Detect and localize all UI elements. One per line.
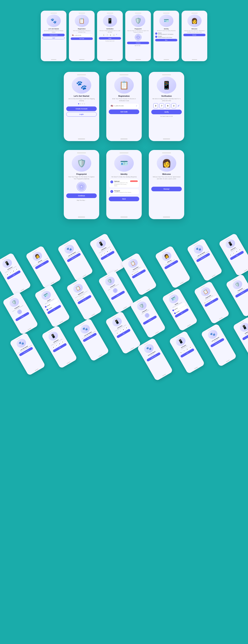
phone-illustration: 🪪: [114, 155, 134, 172]
home-bar: [67, 362, 70, 364]
diag-phone-1: 📱 Verification 4-Digit Number Sent To Yo…: [0, 252, 31, 296]
code-4[interactable]: 3: [188, 345, 192, 350]
code-box-2[interactable]: 7: [106, 34, 109, 36]
continue-button-sm[interactable]: Continue: [127, 42, 149, 44]
phone-input-md[interactable]: 🇺🇸 +1 (555 878 2050 ✓: [109, 103, 139, 108]
home-bar: [35, 368, 38, 371]
code-3[interactable]: 8: [11, 269, 15, 273]
hooray-button-md[interactable]: Hooray!: [151, 187, 182, 191]
code-1[interactable]: 0: [179, 351, 183, 355]
check-icon: ✓: [46, 308, 49, 311]
phone-illustration: 🪪: [159, 14, 173, 27]
svg-point-21: [144, 312, 150, 318]
hooray-button-sm[interactable]: Hooray!: [183, 34, 206, 36]
home-bar: [51, 59, 56, 60]
code-3[interactable]: 8: [105, 250, 109, 254]
code-1[interactable]: 0: [52, 345, 55, 350]
passport-option-md[interactable]: ✓ Passport Required Passport For Non Cit…: [109, 189, 139, 194]
phone-number-md: +1 (555 878 2050: [114, 105, 124, 106]
skip-step-md[interactable]: Skip This Step →: [77, 200, 86, 201]
get-code-button-sm[interactable]: Get Code: [71, 38, 93, 40]
code-boxes: 0 7 8 3 ✓: [103, 34, 117, 36]
verify-button-sm[interactable]: Verify: [99, 37, 121, 40]
code-2[interactable]: 7: [232, 251, 236, 255]
home-bar: [123, 306, 127, 309]
code-box-3[interactable]: 8: [165, 103, 170, 108]
svg-point-19: [146, 314, 148, 317]
home-bar: [187, 324, 191, 327]
national-label: National: [114, 180, 129, 182]
phone-notch: [50, 13, 57, 14]
code-3[interactable]: 8: [185, 347, 189, 351]
home-bar: [194, 367, 198, 369]
get-code-button-md[interactable]: Get Code: [109, 110, 139, 114]
phone-fingerprint-md: 🛡️ Fingerprint Rest Your Finger On The S…: [64, 150, 99, 219]
code-4[interactable]: 3: [109, 248, 112, 252]
screen-subtitle: Rest Your Finger On The Sensor To Captur…: [66, 176, 97, 180]
svg-point-10: [19, 311, 20, 312]
code-3[interactable]: 8: [235, 250, 239, 254]
continue-button-md[interactable]: Continue: [66, 194, 97, 198]
home-bar: [28, 328, 31, 330]
code-box-3[interactable]: 8: [109, 34, 112, 36]
code-1[interactable]: 0: [229, 253, 233, 257]
phone-notch: [77, 74, 86, 75]
screen-title: Let's Get Started: [48, 28, 59, 30]
code-3[interactable]: 8: [121, 328, 125, 332]
screen-title: Fingerprint: [76, 173, 87, 175]
code-1[interactable]: 0: [99, 253, 103, 257]
screen-title: Welcome: [192, 28, 197, 30]
dot-4: [84, 103, 85, 104]
phone-illustration: 👩: [187, 14, 202, 27]
phone-input-sm[interactable]: 🇺🇸 +1 (555 878 2050 ✓: [71, 34, 93, 37]
code-1[interactable]: 0: [115, 331, 119, 335]
phone-notch: [162, 74, 171, 75]
passport-option-sm[interactable]: ✓ PassportRequired Passport For Non Citi…: [155, 36, 177, 38]
code-4[interactable]: 3: [124, 326, 128, 330]
next-button-sm[interactable]: Next: [155, 39, 177, 41]
home-bar: [162, 374, 166, 376]
code-2[interactable]: 7: [118, 329, 122, 334]
next-button-md[interactable]: Next: [109, 196, 139, 201]
check-passport-icon: ✓: [155, 36, 157, 38]
national-option-md[interactable]: ✓ National We'll Verify National For The…: [109, 179, 139, 188]
screen-subtitle: We Need To Verify Your Identity (Require…: [111, 176, 137, 178]
flag-icon: 🇺🇸: [72, 34, 74, 36]
code-box-4[interactable]: 3: [171, 103, 176, 108]
phone-illustration: 📱: [157, 77, 176, 94]
code-box-2[interactable]: 7: [159, 103, 164, 108]
phone-illustration: 🐾: [72, 77, 91, 94]
login-button-sm[interactable]: Login: [42, 37, 65, 39]
passport-label: Passport: [48, 307, 52, 310]
code-4[interactable]: 3: [14, 267, 18, 271]
code-4[interactable]: 3: [61, 340, 64, 344]
screen-subtitle: Welcome User You're All Set For. Spend B…: [183, 30, 206, 33]
code-4[interactable]: 3: [238, 248, 242, 252]
svg-point-14: [115, 290, 116, 291]
code-box-1[interactable]: 0: [153, 103, 158, 108]
verify-button-md[interactable]: Verify: [151, 110, 182, 114]
verify-check: ✓: [116, 34, 117, 36]
code-box-4[interactable]: 3: [113, 34, 115, 36]
home-bar: [78, 138, 85, 139]
continue-btn[interactable]: Continue: [235, 288, 248, 298]
screen-subtitle: Rest Your Finger On The Sensor To Captur…: [127, 30, 149, 33]
code-2[interactable]: 7: [8, 271, 12, 275]
code-1[interactable]: 0: [5, 272, 9, 277]
create-account-button-sm[interactable]: Create Account: [42, 34, 65, 36]
code-box-1[interactable]: 0: [103, 34, 105, 36]
home-bar: [135, 59, 141, 60]
screen-title: Verification: [161, 95, 172, 97]
home-bar: [78, 217, 85, 218]
skip-step[interactable]: Skip This Step →: [135, 45, 141, 46]
home-bar: [163, 138, 170, 139]
national-text-wrap: National We'll Verify National For The R…: [114, 180, 129, 186]
code-2[interactable]: 7: [55, 344, 58, 348]
code-2[interactable]: 7: [182, 349, 186, 353]
code-3[interactable]: 8: [58, 342, 61, 346]
home-bar: [107, 59, 113, 60]
login-button-md[interactable]: Login: [66, 112, 97, 116]
code-2[interactable]: 7: [102, 251, 106, 255]
create-account-button-md[interactable]: Create Account: [66, 106, 97, 111]
national-option-sm[interactable]: ✓ NationalWe'll Verify National For The …: [155, 32, 177, 35]
